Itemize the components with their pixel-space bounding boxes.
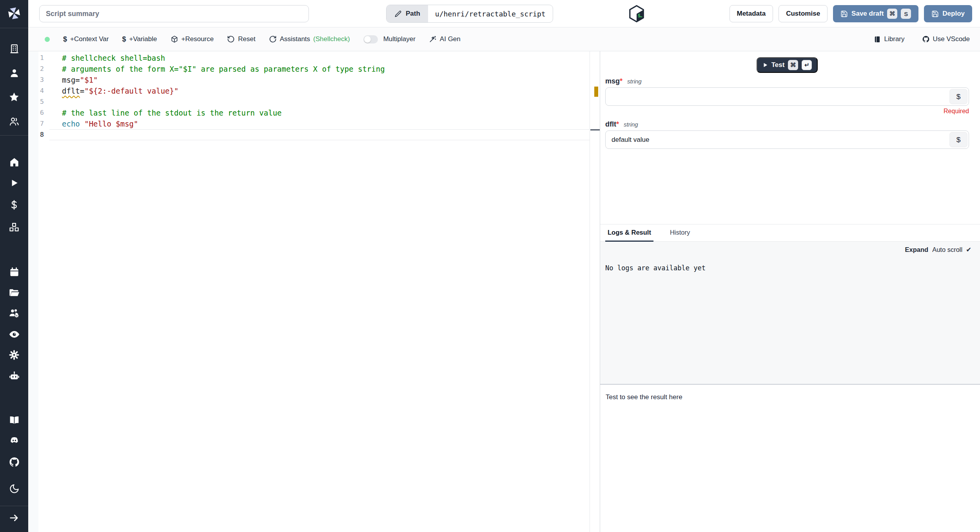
reset-button[interactable]: Reset: [227, 35, 255, 43]
bash-icon: $: [627, 4, 646, 23]
code-line[interactable]: 1# shellcheck shell=bash: [28, 52, 590, 63]
dollar-icon: $: [63, 35, 67, 43]
script-editor-app: Path u/henri/retractable_script $ Metada…: [0, 0, 980, 532]
line-number: 4: [28, 85, 44, 96]
sidebar-divider: [0, 506, 28, 506]
ai-gen-button[interactable]: AI Gen: [429, 35, 461, 43]
save-draft-button[interactable]: Save draft ⌘ S: [833, 5, 918, 22]
save-icon: [840, 10, 848, 18]
dflt-input[interactable]: [605, 130, 969, 149]
sidebar-item-workspace[interactable]: [0, 40, 28, 57]
sidebar-item-docs[interactable]: [0, 411, 28, 429]
customise-label: Customise: [786, 10, 820, 18]
sidebar-item-variables[interactable]: [0, 196, 28, 214]
customise-button[interactable]: Customise: [779, 5, 828, 22]
field-name: msg*: [605, 77, 622, 85]
code-line[interactable]: 5: [28, 96, 590, 107]
sidebar-item-user[interactable]: [0, 64, 28, 81]
bash-language-badge: $: [627, 4, 646, 23]
assistants-button[interactable]: Assistants (Shellcheck): [269, 35, 350, 43]
msg-input[interactable]: [605, 87, 969, 106]
ruler-warning-marker: [594, 87, 598, 97]
test-label: Test: [771, 61, 785, 69]
tab-history[interactable]: History: [668, 224, 692, 242]
test-args-form: Test ⌘ ↵ msg* string $ Required dflt* st…: [600, 51, 980, 224]
deploy-button[interactable]: Deploy: [924, 5, 972, 22]
right-panel: Test ⌘ ↵ msg* string $ Required dflt* st…: [600, 51, 980, 532]
logs-header: Expand Auto scroll ✔: [605, 246, 971, 253]
script-path-value[interactable]: u/henri/retractable_script: [428, 5, 553, 22]
book-open-icon: [9, 414, 20, 426]
rotate-ccw-icon: [227, 35, 235, 43]
code-line[interactable]: 4dflt="${2:-default value}": [28, 85, 590, 96]
edit-path-button[interactable]: Path: [387, 5, 428, 22]
script-summary-input[interactable]: [39, 5, 309, 22]
home-icon: [9, 157, 20, 167]
windmill-logo-icon: [6, 5, 22, 21]
line-number: 2: [28, 63, 44, 74]
field-type: string: [624, 121, 638, 128]
book-icon: [874, 36, 881, 43]
insert-variable-button[interactable]: $: [949, 89, 967, 104]
autoscroll-label: Auto scroll: [932, 246, 962, 253]
code-text: # shellcheck shell=bash: [44, 52, 165, 63]
sidebar-item-resources[interactable]: [0, 219, 28, 236]
sidebar-item-discord[interactable]: [0, 432, 28, 449]
windmill-logo[interactable]: [0, 5, 28, 22]
autoscroll-toggle[interactable]: Auto scroll ✔: [932, 246, 971, 253]
code-editor[interactable]: 1# shellcheck shell=bash2# arguments of …: [28, 51, 600, 532]
code-text: [44, 129, 62, 140]
insert-variable-button[interactable]: $: [949, 132, 967, 147]
tab-logs-result[interactable]: Logs & Result: [605, 224, 653, 242]
code-text: [44, 96, 62, 107]
add-context-var-button[interactable]: $ +Context Var: [63, 35, 109, 43]
sidebar-item-runs[interactable]: [0, 174, 28, 192]
sidebar-item-groups-settings[interactable]: [0, 304, 28, 322]
sidebar-collapse-button[interactable]: [0, 509, 28, 527]
path-group: Path u/henri/retractable_script: [386, 5, 553, 23]
overview-ruler[interactable]: [590, 51, 600, 532]
add-variable-button[interactable]: $ +Variable: [122, 35, 157, 43]
sidebar-item-settings[interactable]: [0, 346, 28, 364]
toolbar-right: Library Use VScode: [874, 35, 970, 43]
ruler-cursor-marker: [590, 129, 600, 130]
line-number: 6: [28, 107, 44, 118]
moon-icon: [9, 483, 20, 494]
metadata-button[interactable]: Metadata: [730, 5, 773, 22]
add-resource-button[interactable]: +Resource: [171, 35, 214, 43]
use-vscode-button[interactable]: Use VScode: [922, 35, 970, 43]
svg-text:$: $: [637, 13, 641, 18]
sidebar-item-github[interactable]: [0, 453, 28, 470]
variable-label: +Variable: [129, 35, 157, 43]
sidebar-item-audit[interactable]: [0, 326, 28, 343]
sidebar-item-dark-mode[interactable]: [0, 480, 28, 497]
sidebar-item-schedules[interactable]: [0, 263, 28, 280]
users-icon: [9, 116, 20, 127]
sidebar-item-favorites[interactable]: [0, 89, 28, 106]
code-line[interactable]: 6# the last line of the stdout is the re…: [28, 107, 590, 118]
code-line[interactable]: 3msg="$1": [28, 74, 590, 85]
code-line[interactable]: 8: [28, 129, 590, 140]
sidebar-item-folders[interactable]: [0, 284, 28, 301]
dollar-icon: $: [956, 92, 961, 101]
field-name: dflt*: [605, 120, 619, 128]
sidebar-item-workers[interactable]: [0, 367, 28, 385]
metadata-label: Metadata: [737, 10, 766, 18]
code-line[interactable]: 2# arguments of the form X="$I" are pars…: [28, 63, 590, 74]
line-number: 8: [28, 129, 44, 140]
line-number: 1: [28, 52, 44, 63]
sidebar-item-home[interactable]: [0, 153, 28, 170]
save-icon: [931, 10, 939, 18]
field-type: string: [627, 78, 642, 85]
topbar-actions: Metadata Customise Save draft ⌘ S Deploy: [730, 5, 973, 22]
test-button[interactable]: Test ⌘ ↵: [757, 57, 818, 73]
multiplayer-label: Multiplayer: [383, 35, 416, 43]
save-draft-label: Save draft: [851, 10, 884, 18]
library-button[interactable]: Library: [874, 35, 905, 43]
star-icon: [9, 92, 20, 103]
status-dot: [45, 37, 50, 42]
sidebar-item-groups[interactable]: [0, 113, 28, 130]
multiplayer-toggle[interactable]: [363, 35, 378, 43]
code-line[interactable]: 7echo "Hello $msg": [28, 118, 590, 129]
expand-button[interactable]: Expand: [905, 246, 929, 253]
